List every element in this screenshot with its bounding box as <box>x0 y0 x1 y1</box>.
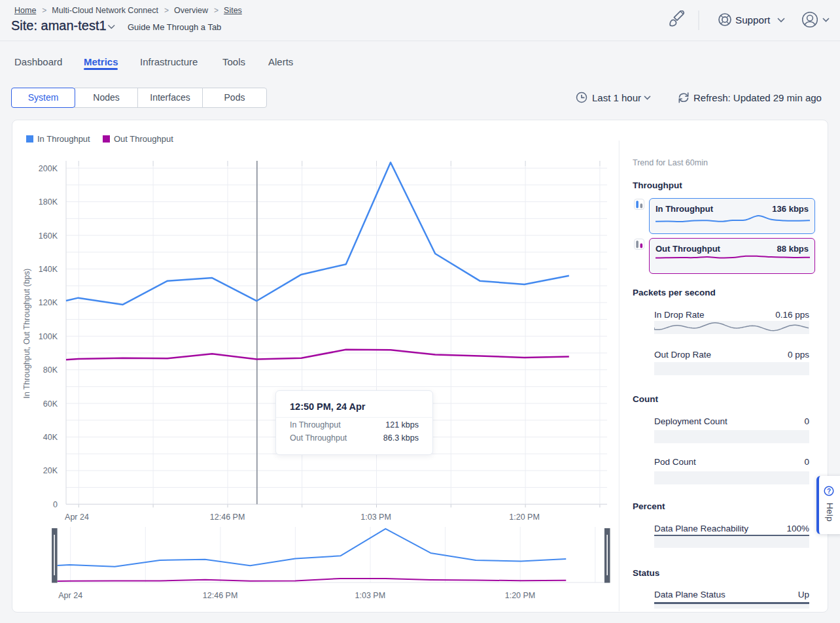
svg-text:Apr 24: Apr 24 <box>65 513 89 522</box>
svg-text:20K: 20K <box>43 466 58 475</box>
svg-text:In Throughput, Out Throughput: In Throughput, Out Throughput (bps) <box>22 269 31 399</box>
svg-text:0: 0 <box>53 500 58 509</box>
svg-text:1:20 PM: 1:20 PM <box>505 591 536 600</box>
svg-text:60K: 60K <box>43 399 58 409</box>
svg-text:140K: 140K <box>39 265 58 274</box>
svg-text:120K: 120K <box>39 298 58 307</box>
svg-text:180K: 180K <box>39 197 58 207</box>
svg-text:12:46 PM: 12:46 PM <box>210 513 245 522</box>
svg-text:80K: 80K <box>43 365 58 375</box>
svg-text:200K: 200K <box>39 164 58 173</box>
svg-text:1:03 PM: 1:03 PM <box>360 513 391 522</box>
svg-text:1:20 PM: 1:20 PM <box>509 513 540 522</box>
svg-text:Apr 24: Apr 24 <box>58 591 82 600</box>
svg-text:Support: Support <box>735 14 771 25</box>
svg-text:12:46 PM: 12:46 PM <box>203 591 238 600</box>
svg-text:1:03 PM: 1:03 PM <box>355 591 386 600</box>
svg-text:100K: 100K <box>39 332 58 341</box>
svg-text:?: ? <box>827 488 831 495</box>
svg-text:40K: 40K <box>43 433 58 442</box>
svg-text:160K: 160K <box>39 231 58 241</box>
